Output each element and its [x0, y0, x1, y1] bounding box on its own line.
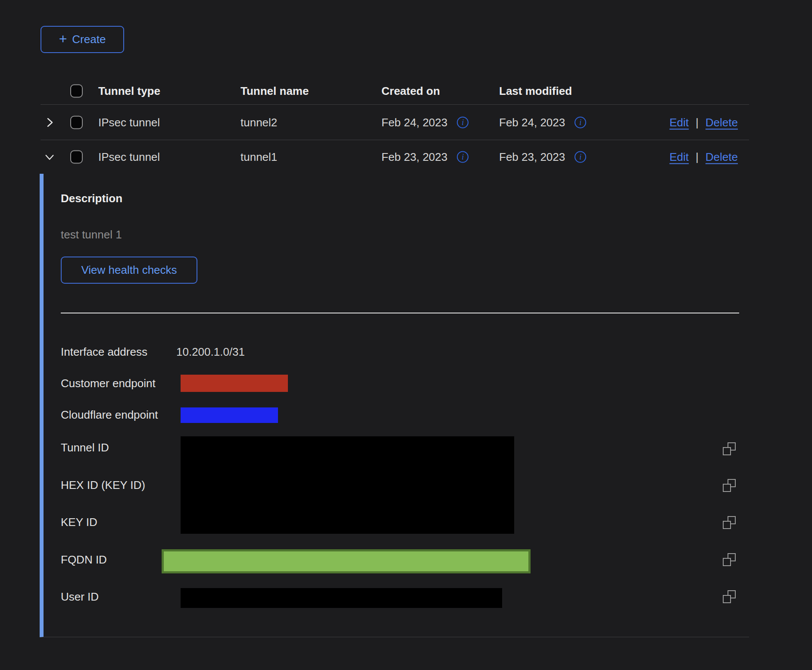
tunnel-type-cell: IPsec tunnel	[98, 116, 160, 129]
column-header-last-modified: Last modified	[499, 85, 572, 98]
column-header-created-on: Created on	[381, 85, 440, 98]
copy-icon[interactable]	[723, 479, 736, 492]
edit-link[interactable]: Edit	[669, 150, 689, 164]
select-all-checkbox[interactable]	[70, 85, 83, 98]
hex-id-label: HEX ID (KEY ID)	[61, 479, 145, 492]
edit-link[interactable]: Edit	[669, 116, 689, 129]
action-separator: |	[696, 116, 699, 129]
info-icon[interactable]: i	[575, 116, 586, 128]
interface-address-label: Interface address	[61, 345, 147, 359]
row-checkbox[interactable]	[70, 116, 83, 129]
create-button[interactable]: + Create	[41, 26, 124, 53]
tunnel-type-cell: IPsec tunnel	[98, 150, 160, 164]
view-health-checks-button[interactable]: View health checks	[61, 257, 197, 284]
delete-link[interactable]: Delete	[706, 150, 738, 164]
copy-icon[interactable]	[723, 516, 736, 529]
tunnel-name-cell: tunnel2	[240, 116, 277, 129]
table-row: IPsec tunnel tunnel2 Feb 24, 2023 i Feb …	[41, 105, 749, 140]
fqdn-id-label: FQDN ID	[61, 553, 107, 567]
created-on-cell: Feb 23, 2023	[381, 150, 447, 164]
create-button-label: Create	[72, 33, 106, 46]
copy-icon[interactable]	[723, 442, 736, 455]
user-id-label: User ID	[61, 590, 99, 604]
chevron-right-icon[interactable]	[44, 117, 55, 128]
column-header-tunnel-name: Tunnel name	[240, 85, 309, 98]
cloudflare-endpoint-redacted-value	[181, 407, 278, 423]
tunnels-table: Tunnel type Tunnel name Created on Last …	[41, 78, 749, 174]
tunnel-name-cell: tunnel1	[240, 150, 277, 164]
table-row: IPsec tunnel tunnel1 Feb 23, 2023 i Feb …	[41, 140, 749, 174]
row-checkbox[interactable]	[70, 150, 83, 164]
view-health-checks-label: View health checks	[81, 263, 177, 277]
customer-endpoint-redacted-value	[181, 375, 288, 392]
key-id-label: KEY ID	[61, 516, 97, 529]
info-icon[interactable]: i	[575, 151, 586, 163]
section-divider	[61, 313, 739, 313]
last-modified-cell: Feb 23, 2023	[499, 150, 565, 164]
action-separator: |	[696, 150, 699, 164]
info-icon[interactable]: i	[457, 116, 468, 128]
cloudflare-endpoint-label: Cloudflare endpoint	[61, 408, 158, 422]
description-label: Description	[61, 192, 122, 205]
chevron-down-icon[interactable]	[44, 151, 55, 163]
expanded-tunnel-panel: Description test tunnel 1 View health ch…	[40, 174, 749, 637]
column-header-tunnel-type: Tunnel type	[98, 85, 160, 98]
info-icon[interactable]: i	[457, 151, 468, 163]
copy-icon[interactable]	[723, 590, 736, 603]
delete-link[interactable]: Delete	[706, 116, 738, 129]
ids-redacted-value	[181, 436, 514, 534]
tunnels-page: + Create Tunnel type Tunnel name Created…	[0, 0, 812, 670]
plus-icon: +	[59, 32, 67, 46]
fqdn-id-redacted-value	[162, 549, 531, 573]
copy-icon[interactable]	[723, 553, 736, 566]
tunnel-id-label: Tunnel ID	[61, 441, 109, 454]
table-header-row: Tunnel type Tunnel name Created on Last …	[41, 78, 749, 105]
user-id-redacted-value	[181, 588, 502, 608]
customer-endpoint-label: Customer endpoint	[61, 377, 156, 390]
interface-address-value: 10.200.1.0/31	[176, 345, 245, 359]
created-on-cell: Feb 24, 2023	[381, 116, 447, 129]
last-modified-cell: Feb 24, 2023	[499, 116, 565, 129]
description-value: test tunnel 1	[61, 228, 122, 241]
